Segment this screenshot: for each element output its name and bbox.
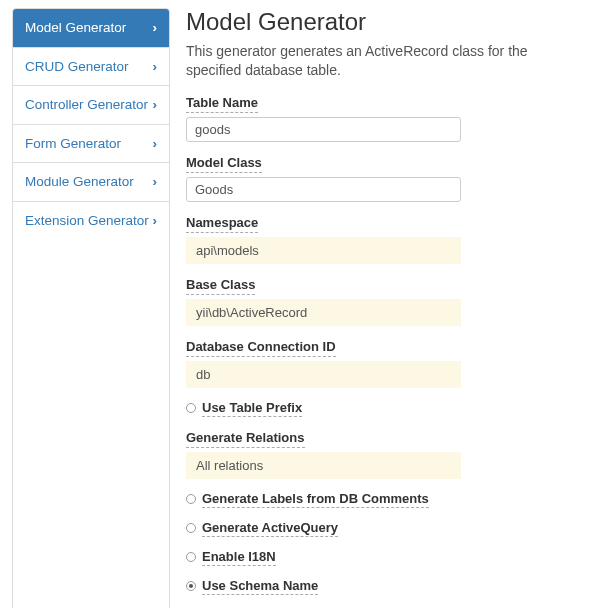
sidebar: Model Generator › CRUD Generator › Contr… — [12, 8, 170, 608]
field-base-class: Base Class yii\db\ActiveRecord — [186, 276, 586, 326]
label-namespace: Namespace — [186, 215, 258, 233]
sidebar-item-label: Form Generator — [25, 135, 121, 153]
checkbox-label: Use Table Prefix — [202, 400, 302, 417]
sidebar-item-label: Extension Generator — [25, 212, 149, 230]
sidebar-item-form-generator[interactable]: Form Generator › — [13, 125, 169, 164]
select-generate-relations[interactable]: All relations — [186, 452, 461, 479]
chevron-right-icon: › — [153, 135, 158, 153]
checkbox-generate-activequery[interactable]: Generate ActiveQuery — [186, 520, 586, 537]
input-model-class[interactable] — [186, 177, 461, 202]
page-description: This generator generates an ActiveRecord… — [186, 42, 586, 80]
field-model-class: Model Class — [186, 154, 586, 202]
sidebar-item-label: Model Generator — [25, 19, 126, 37]
label-db-connection: Database Connection ID — [186, 339, 336, 357]
chevron-right-icon: › — [153, 212, 158, 230]
radio-icon — [186, 494, 196, 504]
input-base-class[interactable]: yii\db\ActiveRecord — [186, 299, 461, 326]
radio-icon — [186, 552, 196, 562]
input-table-name[interactable] — [186, 117, 461, 142]
radio-icon — [186, 523, 196, 533]
field-namespace: Namespace api\models — [186, 214, 586, 264]
sidebar-item-label: CRUD Generator — [25, 58, 129, 76]
sidebar-item-extension-generator[interactable]: Extension Generator › — [13, 202, 169, 240]
chevron-right-icon: › — [153, 96, 158, 114]
sidebar-item-label: Module Generator — [25, 173, 134, 191]
sidebar-item-crud-generator[interactable]: CRUD Generator › — [13, 48, 169, 87]
sidebar-item-controller-generator[interactable]: Controller Generator › — [13, 86, 169, 125]
checkbox-label: Generate Labels from DB Comments — [202, 491, 429, 508]
checkbox-use-table-prefix[interactable]: Use Table Prefix — [186, 400, 586, 417]
radio-icon — [186, 581, 196, 591]
checkbox-generate-labels[interactable]: Generate Labels from DB Comments — [186, 491, 586, 508]
main-content: Model Generator This generator generates… — [186, 8, 586, 608]
label-model-class: Model Class — [186, 155, 262, 173]
sidebar-item-label: Controller Generator — [25, 96, 148, 114]
page-title: Model Generator — [186, 8, 586, 36]
checkbox-label: Generate ActiveQuery — [202, 520, 338, 537]
input-db-connection[interactable]: db — [186, 361, 461, 388]
label-table-name: Table Name — [186, 95, 258, 113]
checkbox-use-schema-name[interactable]: Use Schema Name — [186, 578, 586, 595]
checkbox-label: Use Schema Name — [202, 578, 318, 595]
field-db-connection: Database Connection ID db — [186, 338, 586, 388]
sidebar-item-model-generator[interactable]: Model Generator › — [13, 9, 169, 48]
sidebar-item-module-generator[interactable]: Module Generator › — [13, 163, 169, 202]
input-namespace[interactable]: api\models — [186, 237, 461, 264]
chevron-right-icon: › — [153, 173, 158, 191]
label-base-class: Base Class — [186, 277, 255, 295]
field-table-name: Table Name — [186, 94, 586, 142]
checkbox-label: Enable I18N — [202, 549, 276, 566]
checkbox-enable-i18n[interactable]: Enable I18N — [186, 549, 586, 566]
label-generate-relations: Generate Relations — [186, 430, 305, 448]
chevron-right-icon: › — [153, 19, 158, 37]
field-generate-relations: Generate Relations All relations — [186, 429, 586, 479]
radio-icon — [186, 403, 196, 413]
chevron-right-icon: › — [153, 58, 158, 76]
